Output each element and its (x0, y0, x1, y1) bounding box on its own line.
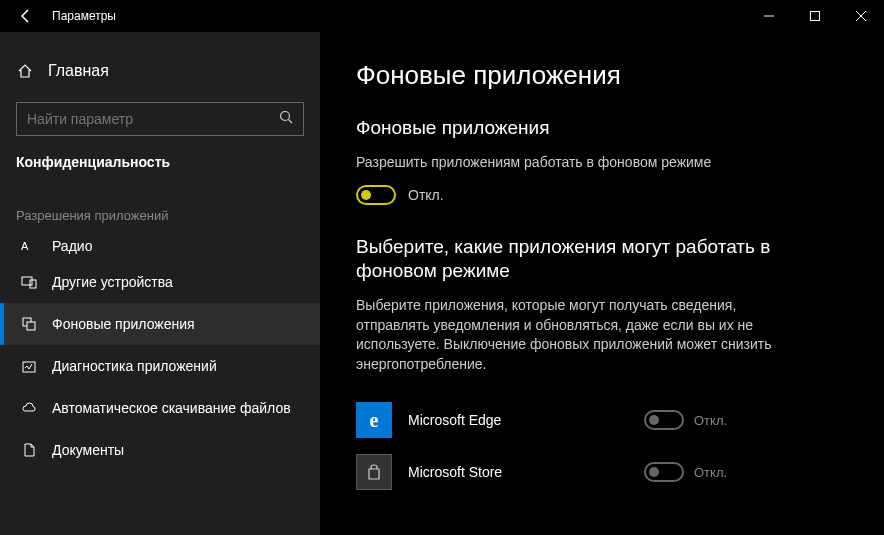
maximize-button[interactable] (792, 0, 838, 32)
section1-title: Фоновые приложения (356, 117, 848, 139)
home-label: Главная (48, 62, 109, 80)
svg-rect-8 (30, 280, 36, 288)
app-row-edge: e Microsoft Edge Откл. (356, 394, 848, 446)
edge-icon: e (356, 402, 392, 438)
nav-label: Другие устройства (52, 274, 173, 290)
search-box[interactable] (16, 102, 304, 136)
svg-rect-10 (27, 322, 35, 330)
nav-label: Фоновые приложения (52, 316, 195, 332)
app-toggle-edge[interactable] (644, 410, 684, 430)
app-name: Microsoft Edge (408, 412, 628, 428)
cloud-icon (20, 399, 38, 417)
svg-point-4 (281, 112, 290, 121)
store-icon (356, 454, 392, 490)
radio-icon: A (20, 237, 38, 255)
sidebar: Главная Конфиденциальность Разрешения пр… (0, 32, 320, 535)
window-title: Параметры (52, 9, 116, 23)
back-button[interactable] (16, 6, 36, 26)
section2-title: Выберите, какие приложения могут работат… (356, 235, 796, 284)
section1-desc: Разрешить приложениям работать в фоновом… (356, 153, 776, 173)
svg-rect-1 (811, 12, 820, 21)
home-icon (16, 62, 34, 80)
app-toggle-label: Откл. (694, 413, 727, 428)
diagnostics-icon (20, 357, 38, 375)
devices-icon (20, 273, 38, 291)
app-toggle-store[interactable] (644, 462, 684, 482)
section-label: Конфиденциальность (0, 154, 320, 184)
search-input[interactable] (27, 111, 279, 127)
nav-item-diagnostics[interactable]: Диагностика приложений (0, 345, 320, 387)
nav-label: Диагностика приложений (52, 358, 217, 374)
section2-desc: Выберите приложения, которые могут получ… (356, 296, 776, 374)
nav-item-other-devices[interactable]: Другие устройства (0, 261, 320, 303)
nav-item-auto-download[interactable]: Автоматическое скачивание файлов (0, 387, 320, 429)
subsection-label: Разрешения приложений (0, 184, 320, 231)
nav-label: Автоматическое скачивание файлов (52, 400, 291, 416)
background-apps-icon (20, 315, 38, 333)
master-toggle-label: Откл. (408, 187, 444, 203)
nav-item-background-apps[interactable]: Фоновые приложения (0, 303, 320, 345)
main-content: Фоновые приложения Фоновые приложения Ра… (320, 32, 884, 535)
master-toggle[interactable] (356, 185, 396, 205)
close-button[interactable] (838, 0, 884, 32)
app-name: Microsoft Store (408, 464, 628, 480)
page-title: Фоновые приложения (356, 60, 848, 91)
app-toggle-label: Откл. (694, 465, 727, 480)
svg-rect-11 (23, 362, 35, 372)
nav-item-radio[interactable]: A Радио (0, 231, 320, 261)
documents-icon (20, 441, 38, 459)
nav-item-documents[interactable]: Документы (0, 429, 320, 471)
svg-text:A: A (21, 240, 29, 252)
svg-line-5 (289, 120, 293, 124)
search-icon (279, 110, 293, 128)
minimize-button[interactable] (746, 0, 792, 32)
app-row-store: Microsoft Store Откл. (356, 446, 848, 498)
nav-label: Радио (52, 238, 92, 254)
nav-label: Документы (52, 442, 124, 458)
home-nav[interactable]: Главная (0, 52, 320, 90)
titlebar: Параметры (0, 0, 884, 32)
